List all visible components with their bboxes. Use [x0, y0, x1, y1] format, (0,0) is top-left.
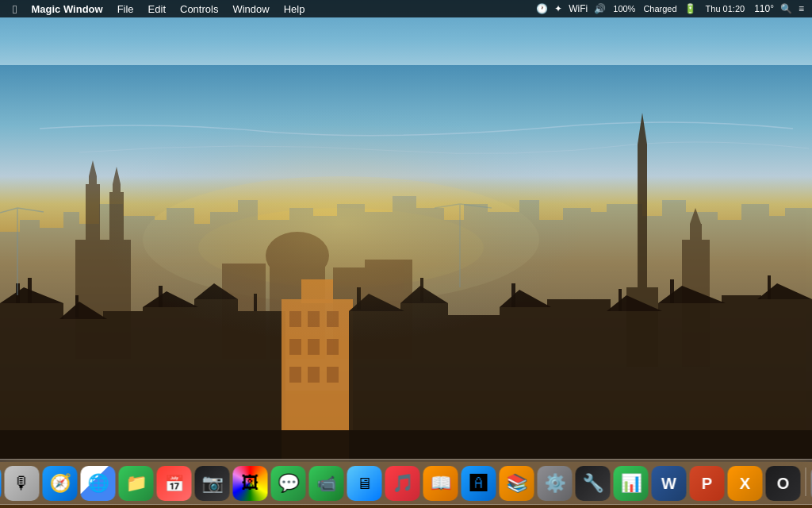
dock-numbers[interactable]: 📊 [614, 466, 649, 501]
edit-menu[interactable]: Edit [142, 0, 172, 17]
dock-word[interactable]: W [652, 466, 687, 501]
dock-system-preferences[interactable]: ⚙️ [538, 466, 573, 501]
dock-appstore[interactable]: 🅰 [462, 466, 496, 501]
clock[interactable]: Thu 01:20 [701, 0, 750, 17]
dock-separator [806, 468, 806, 496]
dock-ibooks[interactable]: 📚 [500, 466, 534, 501]
dock-facetime[interactable]: 📹 [309, 466, 344, 501]
dock-o-app[interactable]: O [766, 466, 801, 501]
battery-icon: 🔋 [683, 0, 698, 17]
controls-menu[interactable]: Controls [174, 0, 224, 17]
dock-magicwindow[interactable]: 🖥 [347, 466, 382, 501]
dock-safari[interactable]: 🧭 [43, 466, 78, 501]
menubar:  Magic Window File Edit Controls Window… [0, 0, 812, 17]
svg-rect-98 [0, 65, 812, 462]
time-machine-icon[interactable]: 🕐 [534, 0, 550, 17]
svg-rect-99 [0, 430, 812, 462]
temperature: 110° [753, 0, 776, 17]
dock: 🔍 🎙 🧭 🌐 📁 📅 📷 🖼 💬 [0, 459, 812, 505]
menubar-right: 🕐 ✦ WiFi 🔊 100% Charged 🔋 Thu 01:20 110°… [534, 0, 806, 17]
file-menu[interactable]: File [111, 0, 140, 17]
help-menu[interactable]: Help [278, 0, 312, 17]
dock-books[interactable]: 📖 [423, 466, 458, 501]
dock-messages[interactable]: 💬 [271, 466, 306, 501]
apple-menu[interactable]:  [6, 0, 23, 17]
dock-photobooth[interactable]: 📷 [195, 466, 230, 501]
dock-finder[interactable]: 🔍 [0, 466, 2, 501]
window-menu[interactable]: Window [226, 0, 275, 17]
dock-music[interactable]: 🎵 [385, 466, 420, 501]
dock-files[interactable]: 📁 [119, 466, 154, 501]
battery-percent[interactable]: 100% [611, 0, 638, 17]
notification-icon[interactable]: ≡ [797, 0, 806, 17]
dock-siri[interactable]: 🎙 [5, 466, 40, 501]
wifi-icon[interactable]: WiFi [567, 0, 589, 17]
dock-x-app[interactable]: X [728, 466, 763, 501]
dock-photos[interactable]: 🖼 [233, 466, 268, 501]
search-icon[interactable]: 🔍 [779, 0, 794, 17]
dock-calendar[interactable]: 📅 [157, 466, 192, 501]
dock-dark-app[interactable]: 🔧 [576, 466, 611, 501]
volume-icon[interactable]: 🔊 [592, 0, 607, 17]
menubar-left:  Magic Window File Edit Controls Window… [6, 0, 311, 17]
dock-chrome[interactable]: 🌐 [81, 466, 116, 501]
battery-status: Charged [641, 0, 679, 17]
bluetooth-icon[interactable]: ✦ [553, 0, 564, 17]
app-name-menu[interactable]: Magic Window [25, 0, 109, 17]
dock-powerpoint[interactable]: P [690, 466, 725, 501]
